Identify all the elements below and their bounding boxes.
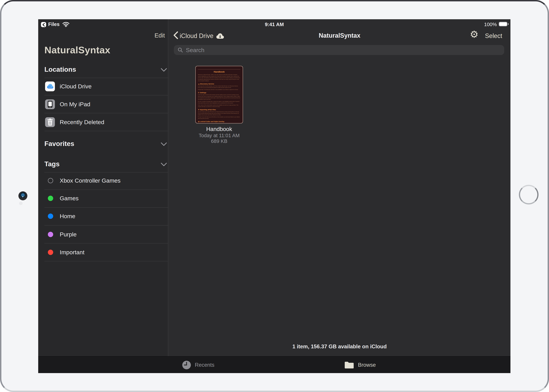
tab-bar: Recents Browse (38, 356, 510, 373)
sidebar-item-recently-deleted[interactable]: Recently Deleted (38, 113, 168, 131)
sidebar-item-label: Recently Deleted (60, 119, 104, 126)
thumbnail-p: At the top left of the file browser, you… (198, 85, 240, 88)
sidebar-item-icloud-drive[interactable]: iCloud Drive (38, 77, 168, 95)
front-camera (18, 191, 27, 200)
file-modified-date: Today at 11:01 AM (187, 133, 252, 138)
file-size: 689 KB (187, 138, 252, 144)
status-bar: Files 9:41 AM 100% (38, 19, 510, 29)
sidebar-item-label: On My iPad (60, 101, 90, 108)
sidebar-item-on-my-ipad[interactable]: On My iPad (38, 95, 168, 113)
section-header-favorites[interactable]: Favorites (44, 140, 74, 147)
thumbnail-title: Handbook (198, 70, 240, 73)
home-button[interactable] (519, 185, 539, 204)
file-thumbnail-handbook[interactable]: HandbookWelcome to Natural Syntax, withi… (195, 66, 243, 123)
tag-label: Important (60, 249, 85, 256)
light-sensor (19, 202, 22, 205)
tag-label: Purple (60, 231, 77, 238)
sidebar-item-label: iCloud Drive (60, 83, 92, 90)
sidebar-tag-home[interactable]: Home (38, 207, 168, 225)
icloud-drive-icon (45, 82, 55, 91)
tag-label: Games (60, 195, 79, 202)
thumbnail-h: ⬆ Importing ePub Files (198, 109, 240, 111)
settings-gear-icon[interactable]: ⚙ (470, 30, 478, 39)
screen: Edit NaturalSyntax Locations iCloud Driv… (38, 19, 510, 373)
thumbnail-p: Pro tip: If you only have your ePub file… (198, 116, 240, 119)
search-icon (178, 47, 183, 53)
chevron-down-icon[interactable] (161, 142, 167, 146)
tag-circle-icon (48, 232, 53, 237)
thumbnail-p: While you're reading your book, you can … (198, 123, 240, 123)
thumbnail-p: Welcome to Natural Syntax, within it you… (198, 74, 240, 82)
section-header-locations[interactable]: Locations (44, 66, 76, 73)
thumbnail-p: Note: some of the customization options … (198, 104, 240, 107)
search-input[interactable]: Search (174, 45, 504, 55)
page-title: NaturalSyntax (169, 32, 510, 39)
tag-circle-icon (48, 178, 53, 183)
tab-recents-label: Recents (195, 362, 214, 368)
battery-percent: 100% (479, 22, 497, 27)
tag-circle-icon (48, 214, 53, 219)
section-header-tags[interactable]: Tags (44, 160, 59, 168)
divider (44, 131, 168, 131)
sidebar-tag-xbox-controller-games[interactable]: Xbox Controller Games (38, 172, 168, 189)
trash-icon (45, 117, 55, 127)
item-count-status: 1 item, 156.37 GB available on iCloud (169, 343, 510, 350)
tag-circle-icon (48, 250, 53, 255)
edit-button[interactable]: Edit (44, 32, 165, 39)
thumbnail-rule (198, 69, 240, 70)
sidebar-app-title: NaturalSyntax (44, 44, 110, 56)
thumbnail-p: Pro tip: a number of people like to setu… (198, 101, 240, 104)
sidebar-tag-important[interactable]: Important (38, 243, 168, 261)
search-placeholder: Search (186, 47, 204, 54)
tab-browse-label: Browse (358, 362, 376, 368)
battery-icon (499, 22, 507, 26)
thumbnail-p: Please Note: The Discovery Service is on… (198, 89, 240, 91)
sidebar-tag-games[interactable]: Games (38, 189, 168, 207)
select-button[interactable]: Select (485, 32, 502, 40)
folder-icon (344, 361, 354, 369)
chevron-down-icon[interactable] (161, 68, 167, 72)
thumbnail-h: ▤ Lexical Color and Style Overlay (198, 120, 240, 122)
thumbnail-p: You can import your own ePub files into … (198, 111, 240, 116)
battery-icon-nub (508, 23, 509, 25)
sidebar-tag-purple[interactable]: Purple (38, 225, 168, 243)
tag-label: Xbox Controller Games (60, 177, 121, 184)
tag-label: Home (60, 213, 75, 220)
thumbnail-h: ☁ Discovery Service (198, 83, 240, 85)
clock-time: 9:41 AM (38, 22, 510, 27)
tag-circle-icon (48, 196, 53, 201)
chevron-down-icon[interactable] (161, 163, 167, 166)
file-name[interactable]: Handbook (187, 126, 252, 132)
thumbnail-h: ⚙ Settings (198, 92, 240, 93)
ipad-icon (45, 99, 55, 109)
ipad-device-frame: Edit NaturalSyntax Locations iCloud Driv… (0, 0, 549, 392)
sidebar: Edit NaturalSyntax Locations iCloud Driv… (38, 19, 168, 356)
divider (44, 261, 168, 261)
clock-icon (182, 361, 191, 370)
tab-browse[interactable]: Browse (344, 357, 376, 373)
tab-recents[interactable]: Recents (182, 357, 214, 373)
thumbnail-p: At the top right of both the file browse… (198, 94, 240, 100)
